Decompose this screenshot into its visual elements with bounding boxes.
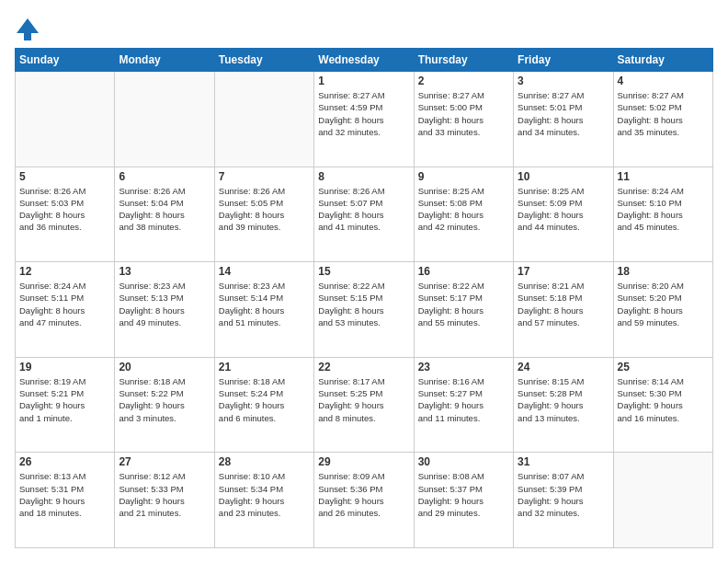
day-info: Sunrise: 8:27 AM Sunset: 5:01 PM Dayligh… bbox=[518, 89, 609, 138]
calendar-cell: 4Sunrise: 8:27 AM Sunset: 5:02 PM Daylig… bbox=[613, 72, 712, 167]
day-number: 12 bbox=[19, 265, 110, 278]
calendar-cell: 24Sunrise: 8:15 AM Sunset: 5:28 PM Dayli… bbox=[514, 357, 613, 453]
day-info: Sunrise: 8:13 AM Sunset: 5:31 PM Dayligh… bbox=[19, 470, 110, 519]
calendar-cell: 13Sunrise: 8:23 AM Sunset: 5:13 PM Dayli… bbox=[115, 262, 214, 358]
weekday-header: Saturday bbox=[613, 49, 712, 72]
calendar-cell: 14Sunrise: 8:23 AM Sunset: 5:14 PM Dayli… bbox=[214, 262, 313, 358]
weekday-header: Sunday bbox=[16, 49, 115, 72]
day-number: 17 bbox=[518, 265, 609, 278]
day-number: 6 bbox=[119, 170, 210, 183]
day-number: 2 bbox=[418, 75, 509, 87]
day-info: Sunrise: 8:26 AM Sunset: 5:05 PM Dayligh… bbox=[219, 185, 310, 234]
day-number: 14 bbox=[219, 265, 310, 278]
calendar-cell bbox=[16, 72, 115, 167]
day-info: Sunrise: 8:21 AM Sunset: 5:18 PM Dayligh… bbox=[518, 280, 609, 328]
calendar-cell: 12Sunrise: 8:24 AM Sunset: 5:11 PM Dayli… bbox=[16, 262, 115, 358]
day-info: Sunrise: 8:12 AM Sunset: 5:33 PM Dayligh… bbox=[119, 470, 210, 519]
calendar-cell: 17Sunrise: 8:21 AM Sunset: 5:18 PM Dayli… bbox=[514, 262, 613, 358]
day-info: Sunrise: 8:25 AM Sunset: 5:09 PM Dayligh… bbox=[518, 185, 609, 234]
calendar-cell: 1Sunrise: 8:27 AM Sunset: 4:59 PM Daylig… bbox=[314, 72, 414, 167]
calendar-cell: 19Sunrise: 8:19 AM Sunset: 5:21 PM Dayli… bbox=[16, 357, 115, 453]
calendar-cell: 16Sunrise: 8:22 AM Sunset: 5:17 PM Dayli… bbox=[414, 262, 513, 358]
calendar-cell: 6Sunrise: 8:26 AM Sunset: 5:04 PM Daylig… bbox=[115, 167, 214, 262]
calendar-cell bbox=[613, 453, 712, 548]
day-info: Sunrise: 8:25 AM Sunset: 5:08 PM Dayligh… bbox=[418, 185, 509, 234]
day-info: Sunrise: 8:27 AM Sunset: 5:00 PM Dayligh… bbox=[418, 89, 509, 138]
calendar-cell: 22Sunrise: 8:17 AM Sunset: 5:25 PM Dayli… bbox=[314, 357, 414, 453]
day-number: 7 bbox=[219, 170, 310, 183]
calendar-cell: 7Sunrise: 8:26 AM Sunset: 5:05 PM Daylig… bbox=[214, 167, 313, 262]
calendar-cell: 15Sunrise: 8:22 AM Sunset: 5:15 PM Dayli… bbox=[314, 262, 414, 358]
calendar-cell: 31Sunrise: 8:07 AM Sunset: 5:39 PM Dayli… bbox=[514, 453, 613, 548]
day-info: Sunrise: 8:19 AM Sunset: 5:21 PM Dayligh… bbox=[19, 375, 110, 424]
day-info: Sunrise: 8:20 AM Sunset: 5:20 PM Dayligh… bbox=[618, 280, 709, 328]
day-info: Sunrise: 8:24 AM Sunset: 5:10 PM Dayligh… bbox=[618, 185, 709, 234]
logo bbox=[15, 15, 44, 40]
day-info: Sunrise: 8:22 AM Sunset: 5:15 PM Dayligh… bbox=[318, 280, 409, 328]
day-number: 28 bbox=[219, 455, 310, 468]
weekday-header: Monday bbox=[115, 49, 214, 72]
calendar-cell: 10Sunrise: 8:25 AM Sunset: 5:09 PM Dayli… bbox=[514, 167, 613, 262]
day-info: Sunrise: 8:18 AM Sunset: 5:24 PM Dayligh… bbox=[219, 375, 310, 424]
day-number: 31 bbox=[518, 455, 609, 468]
day-number: 3 bbox=[518, 75, 609, 87]
day-number: 24 bbox=[518, 361, 609, 373]
day-info: Sunrise: 8:26 AM Sunset: 5:04 PM Dayligh… bbox=[119, 185, 210, 234]
calendar-cell: 20Sunrise: 8:18 AM Sunset: 5:22 PM Dayli… bbox=[115, 357, 214, 453]
day-number: 1 bbox=[318, 75, 409, 87]
day-number: 13 bbox=[119, 265, 210, 278]
day-number: 11 bbox=[618, 170, 709, 183]
header bbox=[15, 15, 713, 40]
day-number: 30 bbox=[418, 455, 509, 468]
day-number: 4 bbox=[618, 75, 709, 87]
logo-icon bbox=[15, 15, 40, 40]
day-info: Sunrise: 8:23 AM Sunset: 5:14 PM Dayligh… bbox=[219, 280, 310, 328]
calendar-table: SundayMondayTuesdayWednesdayThursdayFrid… bbox=[15, 48, 713, 548]
day-number: 10 bbox=[518, 170, 609, 183]
day-number: 27 bbox=[119, 455, 210, 468]
day-number: 20 bbox=[119, 361, 210, 373]
day-info: Sunrise: 8:14 AM Sunset: 5:30 PM Dayligh… bbox=[618, 375, 709, 424]
calendar-cell: 30Sunrise: 8:08 AM Sunset: 5:37 PM Dayli… bbox=[414, 453, 513, 548]
day-info: Sunrise: 8:07 AM Sunset: 5:39 PM Dayligh… bbox=[518, 470, 609, 519]
day-info: Sunrise: 8:23 AM Sunset: 5:13 PM Dayligh… bbox=[119, 280, 210, 328]
calendar-cell: 28Sunrise: 8:10 AM Sunset: 5:34 PM Dayli… bbox=[214, 453, 313, 548]
calendar-cell: 9Sunrise: 8:25 AM Sunset: 5:08 PM Daylig… bbox=[414, 167, 513, 262]
calendar-cell bbox=[115, 72, 214, 167]
svg-rect-1 bbox=[24, 33, 31, 40]
day-info: Sunrise: 8:16 AM Sunset: 5:27 PM Dayligh… bbox=[418, 375, 509, 424]
weekday-header: Thursday bbox=[414, 49, 513, 72]
weekday-header: Friday bbox=[514, 49, 613, 72]
day-number: 26 bbox=[19, 455, 110, 468]
day-number: 25 bbox=[618, 361, 709, 373]
calendar-cell: 29Sunrise: 8:09 AM Sunset: 5:36 PM Dayli… bbox=[314, 453, 414, 548]
day-number: 29 bbox=[318, 455, 409, 468]
day-info: Sunrise: 8:26 AM Sunset: 5:03 PM Dayligh… bbox=[19, 185, 110, 234]
calendar-cell: 21Sunrise: 8:18 AM Sunset: 5:24 PM Dayli… bbox=[214, 357, 313, 453]
day-number: 22 bbox=[318, 361, 409, 373]
calendar-cell: 18Sunrise: 8:20 AM Sunset: 5:20 PM Dayli… bbox=[613, 262, 712, 358]
day-info: Sunrise: 8:09 AM Sunset: 5:36 PM Dayligh… bbox=[318, 470, 409, 519]
day-info: Sunrise: 8:26 AM Sunset: 5:07 PM Dayligh… bbox=[318, 185, 409, 234]
day-number: 5 bbox=[19, 170, 110, 183]
calendar-cell: 5Sunrise: 8:26 AM Sunset: 5:03 PM Daylig… bbox=[16, 167, 115, 262]
day-number: 15 bbox=[318, 265, 409, 278]
day-number: 19 bbox=[19, 361, 110, 373]
calendar-cell: 27Sunrise: 8:12 AM Sunset: 5:33 PM Dayli… bbox=[115, 453, 214, 548]
calendar-cell: 8Sunrise: 8:26 AM Sunset: 5:07 PM Daylig… bbox=[314, 167, 414, 262]
page: SundayMondayTuesdayWednesdayThursdayFrid… bbox=[0, 0, 728, 563]
day-number: 23 bbox=[418, 361, 509, 373]
calendar-cell: 2Sunrise: 8:27 AM Sunset: 5:00 PM Daylig… bbox=[414, 72, 513, 167]
day-info: Sunrise: 8:27 AM Sunset: 4:59 PM Dayligh… bbox=[318, 89, 409, 138]
day-number: 16 bbox=[418, 265, 509, 278]
weekday-header: Tuesday bbox=[214, 49, 313, 72]
day-number: 9 bbox=[418, 170, 509, 183]
calendar-cell: 23Sunrise: 8:16 AM Sunset: 5:27 PM Dayli… bbox=[414, 357, 513, 453]
day-info: Sunrise: 8:27 AM Sunset: 5:02 PM Dayligh… bbox=[618, 89, 709, 138]
calendar-cell: 25Sunrise: 8:14 AM Sunset: 5:30 PM Dayli… bbox=[613, 357, 712, 453]
weekday-header: Wednesday bbox=[314, 49, 414, 72]
day-info: Sunrise: 8:22 AM Sunset: 5:17 PM Dayligh… bbox=[418, 280, 509, 328]
day-info: Sunrise: 8:10 AM Sunset: 5:34 PM Dayligh… bbox=[219, 470, 310, 519]
day-number: 21 bbox=[219, 361, 310, 373]
day-info: Sunrise: 8:15 AM Sunset: 5:28 PM Dayligh… bbox=[518, 375, 609, 424]
